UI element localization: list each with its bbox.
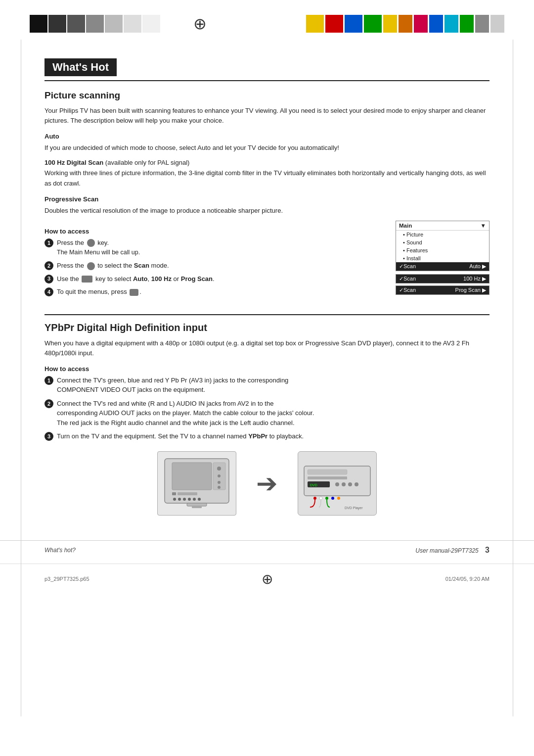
step-1-num: 1 [44, 238, 53, 247]
ypbpr-step-3-text: Turn on the TV and the equipment. Set th… [57, 431, 490, 441]
picture-scanning-title: Picture scanning [44, 90, 490, 101]
hz-digital-block: 100 Hz Digital Scan (available only for … [44, 159, 490, 188]
color-swatch-4 [86, 15, 104, 33]
svg-point-6 [218, 486, 221, 489]
tv-svg [160, 454, 234, 513]
auto-title: Auto [44, 133, 490, 140]
blue-swatch [345, 15, 362, 33]
sub-scan-label-1: ✓Scan [399, 276, 416, 282]
menu-main-label: Main [399, 223, 412, 229]
menu-sub-box-100hz: ✓Scan 100 Hz ▶ [396, 274, 490, 284]
svg-point-3 [217, 467, 221, 471]
orange-swatch [399, 15, 412, 33]
svg-point-13 [193, 498, 196, 501]
color-swatch-3 [67, 15, 85, 33]
step-4: 4 To quit the menus, press . [44, 287, 386, 297]
svg-rect-18 [308, 470, 347, 474]
hz-digital-subtitle: (available only for PAL signal) [105, 159, 190, 166]
whats-hot-title: What's Hot [44, 58, 117, 76]
svg-rect-7 [172, 492, 176, 495]
svg-point-10 [178, 498, 181, 501]
menu-sub-row-100hz: ✓Scan 100 Hz ▶ [396, 275, 489, 283]
menu-arrow-down: ▼ [481, 223, 486, 229]
svg-point-11 [183, 498, 186, 501]
yellow-swatch [306, 15, 324, 33]
svg-point-9 [173, 498, 176, 501]
ypbpr-title: YPbPr Digital High Definition input [44, 314, 490, 333]
menu-sub-boxes: ✓Scan 100 Hz ▶ ✓Scan Prog Scan ▶ [396, 274, 490, 295]
yellow-swatch-2 [383, 15, 397, 33]
down-key-icon [87, 262, 95, 270]
ypbpr-step-2-text: Connect the TV's red and white (R and L)… [57, 399, 490, 428]
sub-scan-label-2: ✓Scan [399, 287, 416, 293]
light-gray-swatch [490, 15, 504, 33]
footer-page-num: 3 [485, 546, 490, 554]
svg-point-29 [331, 497, 334, 500]
sub-scan-value-1: 100 Hz ▶ [463, 276, 486, 282]
tv-device-image [157, 451, 236, 516]
svg-rect-8 [178, 492, 197, 495]
step-1: 1 Press the key. The Main Menu will be c… [44, 238, 386, 257]
menu-sub-row-progscan: ✓Scan Prog Scan ▶ [396, 286, 489, 294]
menu-item-install: • Install [396, 254, 489, 262]
step-2: 2 Press the to select the Scan mode. [44, 261, 386, 271]
green-swatch-2 [460, 15, 474, 33]
how-to-access-title: How to access [44, 228, 386, 235]
step-3-num: 3 [44, 275, 53, 284]
dvd-device-image: DVD DVD Player [298, 451, 377, 516]
menu-key-icon [87, 239, 95, 247]
bottom-bar: p3_29PT7325.p65 ⊕ 01/24/05, 9:20 AM [0, 564, 534, 594]
footer-manual-label: User manual-29PT7325 [415, 547, 478, 554]
svg-point-30 [337, 497, 340, 500]
green-swatch [364, 15, 382, 33]
how-to-access-container: How to access 1 Press the key. The Main … [44, 221, 490, 300]
ypbpr-step-2-num: 2 [44, 399, 53, 408]
crosshair-icon-top: ⊕ [185, 9, 215, 39]
svg-rect-19 [308, 476, 347, 479]
menu-item-sound: • Sound [396, 238, 489, 246]
page-border-right [513, 40, 513, 716]
bottom-right-text: 01/24/05, 9:20 AM [445, 576, 490, 582]
menu-quit-icon [130, 289, 138, 296]
black-squares [30, 15, 160, 33]
page-border-left [21, 40, 21, 716]
step-3: 3 Use the key to select Auto, 100 Hz or … [44, 274, 386, 284]
svg-text:DVD: DVD [310, 483, 317, 487]
progressive-scan-title: Progressive Scan [44, 195, 490, 203]
section-divider-top [44, 80, 490, 81]
svg-point-25 [355, 482, 358, 486]
main-content: What's Hot Picture scanning Your Philips… [0, 44, 534, 535]
color-swatch-5 [105, 15, 123, 33]
ypbpr-bold: YPbPr [248, 432, 267, 440]
step-4-num: 4 [44, 287, 53, 296]
whats-hot-title-block: What's Hot [44, 53, 490, 80]
ypbpr-intro: When you have a digital equipment with a… [44, 338, 490, 358]
ypbpr-step-1-text: Connect the TV's green, blue and red Y P… [57, 376, 490, 395]
step-2-text: Press the to select the Scan mode. [57, 261, 386, 271]
magenta-swatch [414, 15, 428, 33]
picture-scanning-intro: Your Philips TV has been built with scan… [44, 106, 490, 126]
svg-point-27 [319, 497, 322, 500]
step-3-text: Use the key to select Auto, 100 Hz or Pr… [57, 274, 386, 284]
step-1-text: Press the key. The Main Menu will be cal… [57, 238, 386, 257]
svg-rect-15 [187, 503, 207, 506]
red-swatch [325, 15, 343, 33]
images-row: ➔ DVD [44, 451, 490, 516]
menu-item-features: • Features [396, 246, 489, 254]
color-swatch-6 [124, 15, 141, 33]
menu-item-picture: • Picture [396, 231, 489, 238]
page-footer: What's hot? User manual-29PT7325 3 [0, 540, 534, 560]
svg-point-26 [313, 497, 316, 500]
svg-point-14 [198, 498, 201, 501]
svg-rect-16 [192, 506, 202, 508]
hz-digital-title: 100 Hz Digital Scan [44, 159, 103, 166]
scan-label: ✓Scan [399, 263, 416, 270]
step-2-num: 2 [44, 261, 53, 270]
color-swatch-1 [30, 15, 47, 33]
ypbpr-step-1: 1 Connect the TV's green, blue and red Y… [44, 376, 490, 395]
arrow-icon-large: ➔ [256, 469, 278, 498]
gray-swatch [475, 15, 489, 33]
picture-scanning-section: Picture scanning Your Philips TV has bee… [44, 90, 490, 300]
svg-point-28 [325, 497, 328, 500]
ypbpr-step-3-num: 3 [44, 432, 53, 441]
